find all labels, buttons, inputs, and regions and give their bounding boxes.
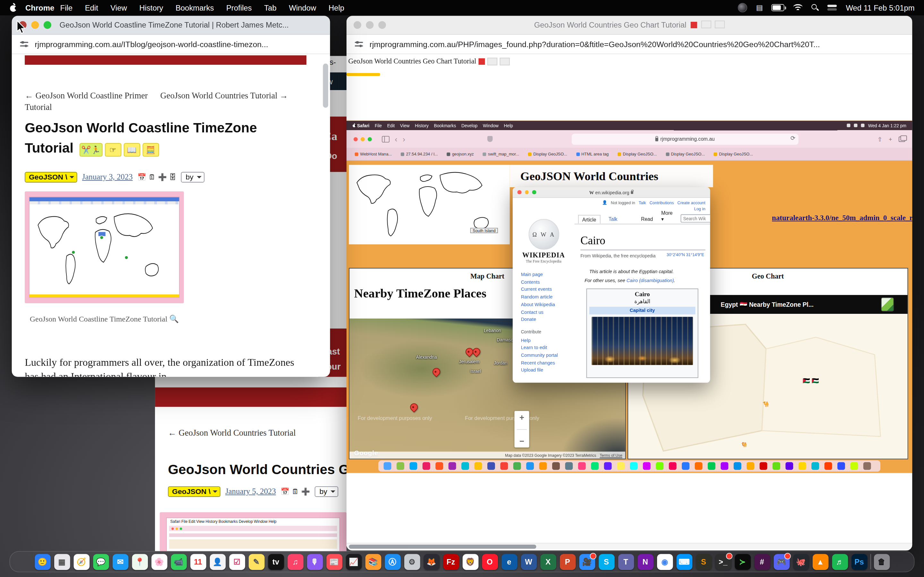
sidebar-link[interactable]: Upload file xyxy=(521,367,558,374)
address-bar[interactable]: rjmprogramming.com.au/ITblog/geojson-wor… xyxy=(12,35,330,54)
photos[interactable]: 🌸 xyxy=(151,554,167,570)
address-bar[interactable]: rjmprogramming.com.au/PHP/images_found.p… xyxy=(347,35,912,54)
infobox-type[interactable]: Capital city xyxy=(590,307,696,314)
tab-article[interactable]: Article xyxy=(578,215,600,224)
github[interactable]: 🐙 xyxy=(793,554,809,570)
powerpoint[interactable]: P xyxy=(559,554,575,570)
meta-icon[interactable]: 📅 xyxy=(281,488,290,496)
mail[interactable]: ✉ xyxy=(112,554,128,570)
sidebar-link[interactable]: Learn to edit xyxy=(521,345,558,352)
zoom-in-button[interactable]: + xyxy=(519,413,524,422)
word[interactable]: W xyxy=(521,554,537,570)
excel[interactable]: X xyxy=(540,554,556,570)
onenote[interactable]: N xyxy=(637,554,653,570)
post-figure[interactable] xyxy=(25,191,184,303)
sidebar-link[interactable]: Main page xyxy=(521,271,558,279)
news[interactable]: 📰 xyxy=(326,554,342,570)
category-select[interactable]: GeoJSON \ xyxy=(168,486,220,497)
author-select[interactable]: by xyxy=(181,172,205,182)
menu-item[interactable]: Edit xyxy=(85,3,98,12)
trash-icon[interactable]: 🗑 xyxy=(874,554,890,570)
map-pin[interactable] xyxy=(431,366,442,377)
facetime[interactable]: 📹 xyxy=(171,554,187,570)
photoshop[interactable]: Ps xyxy=(851,554,867,570)
post-date-link[interactable]: January 3, 2023 xyxy=(82,172,133,182)
firefox[interactable]: 🦊 xyxy=(423,554,439,570)
display-icon[interactable]: ▤ xyxy=(756,3,763,12)
meta-icon[interactable]: ➕ xyxy=(301,488,310,496)
spotlight-icon[interactable] xyxy=(812,4,819,11)
slack[interactable]: # xyxy=(754,554,770,570)
menu-item[interactable]: File xyxy=(60,3,73,12)
post-date-link[interactable]: January 5, 2023 xyxy=(225,487,276,496)
cairo-night-photo[interactable] xyxy=(591,317,693,365)
messages[interactable]: 💬 xyxy=(93,554,109,570)
window-titlebar[interactable]: GeoJson World Coastline TimeZone Tutoria… xyxy=(12,16,330,35)
menu-item[interactable]: Profiles xyxy=(226,3,252,12)
geo-chart-thumbnail[interactable] xyxy=(882,298,893,311)
login-link[interactable]: Log in xyxy=(694,207,706,211)
url-text[interactable]: rjmprogramming.com.au/ITblog/geojson-wor… xyxy=(35,40,268,49)
menu-item[interactable]: View xyxy=(110,3,127,12)
minimize-button[interactable] xyxy=(31,21,39,29)
tv[interactable]: tv xyxy=(268,554,284,570)
scrollbar-thumb[interactable] xyxy=(349,544,536,548)
next-post-link[interactable]: GeoJson World Countries Tutorial → xyxy=(160,89,288,101)
tab-talk[interactable]: Talk xyxy=(609,216,618,222)
maps[interactable]: 📍 xyxy=(132,554,148,570)
menu-item[interactable]: Bookmarks xyxy=(176,3,214,12)
tune-icon[interactable] xyxy=(20,41,28,48)
sidebar-link[interactable]: Recent changes xyxy=(521,359,558,367)
iterm[interactable]: ≻ xyxy=(734,554,750,570)
window-titlebar[interactable]: GeoJson World Countries Geo Chart Tutori… xyxy=(347,16,912,35)
menu-clock[interactable]: Wed 11 Feb 5:01pm xyxy=(846,3,914,12)
menu-item[interactable]: History xyxy=(139,3,163,12)
map-zoom-control[interactable]: + − xyxy=(514,411,529,448)
meta-icon[interactable]: 📅 xyxy=(137,173,146,181)
sublime[interactable]: S xyxy=(696,554,712,570)
url-text[interactable]: rjmprogramming.com.au/PHP/images_found.p… xyxy=(370,40,820,49)
wiki-search-input[interactable] xyxy=(681,214,710,223)
siri-icon[interactable] xyxy=(738,3,747,12)
battery-icon[interactable] xyxy=(772,4,784,11)
spotify[interactable]: ♬ xyxy=(832,554,848,570)
disambiguation-link[interactable]: Cairo (disambiguation) xyxy=(627,278,674,284)
author-select[interactable]: by xyxy=(315,486,338,497)
vscode[interactable]: ⌨ xyxy=(676,554,692,570)
discord[interactable]: 🎮 xyxy=(774,554,790,570)
post-emoji-button[interactable]: 🧮 xyxy=(142,143,159,157)
sidebar-link[interactable]: Random article xyxy=(521,294,558,301)
meta-icon[interactable]: 🗓 xyxy=(292,488,299,496)
app-store[interactable]: Ⓐ xyxy=(384,554,401,570)
tab-more[interactable]: More ▾ xyxy=(661,210,673,222)
menu-item[interactable]: Window xyxy=(289,3,316,12)
terminal[interactable]: >_ xyxy=(715,554,731,570)
tutorial-thumbnail[interactable] xyxy=(29,197,179,297)
map-pin[interactable] xyxy=(471,347,482,358)
menu-item[interactable]: Tab xyxy=(264,3,276,12)
control-center-icon[interactable] xyxy=(828,4,837,11)
finder[interactable]: 🙂 xyxy=(34,554,50,570)
vertical-scrollbar-thumb[interactable] xyxy=(323,63,328,108)
calendar[interactable]: 11 xyxy=(190,554,206,570)
meta-icon[interactable]: ➕ xyxy=(158,173,167,181)
edge[interactable]: e xyxy=(501,554,517,570)
music[interactable]: ♫ xyxy=(287,554,303,570)
sidebar-link[interactable]: About Wikipedia xyxy=(521,301,558,309)
post-emoji-button[interactable]: 📖 xyxy=(124,143,140,157)
meta-icon[interactable]: 🗄 xyxy=(169,173,176,181)
contacts[interactable]: 👤 xyxy=(210,554,226,570)
skype[interactable]: S xyxy=(598,554,614,570)
meta-icon[interactable]: 🗓 xyxy=(149,173,156,181)
tune-icon[interactable] xyxy=(355,41,363,48)
launchpad[interactable]: ▦ xyxy=(54,554,70,570)
post-emoji-button[interactable]: ✂️🏃 xyxy=(79,143,102,157)
prev-post-link[interactable]: ← GeoJson World Coastline Primer Tutoria… xyxy=(25,89,157,113)
brave[interactable]: 🦁 xyxy=(462,554,478,570)
horizontal-scrollbar[interactable] xyxy=(347,543,912,549)
sidebar-link[interactable]: Contents xyxy=(521,279,558,286)
sidebar-link[interactable]: Current events xyxy=(521,286,558,293)
talk-link[interactable]: Talk xyxy=(639,200,646,205)
filezilla[interactable]: Fz xyxy=(443,554,459,570)
zoom[interactable]: 🎥 xyxy=(579,554,595,570)
